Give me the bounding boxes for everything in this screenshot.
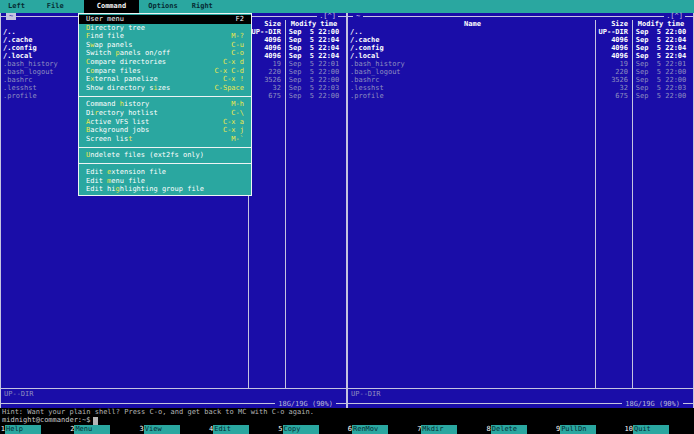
- menu-item-background-jobs[interactable]: Background jobsC-x j: [79, 126, 251, 135]
- menubar-item-options[interactable]: Options: [148, 0, 178, 13]
- menubar-item-file[interactable]: File: [47, 0, 64, 13]
- file-name: .lesshst: [348, 84, 595, 92]
- file-size: 4096: [248, 44, 285, 52]
- file-row-profile[interactable]: .profile675Sep 5 22:00: [348, 92, 693, 100]
- size-column-header[interactable]: Size: [595, 20, 632, 28]
- menu-item-screen-list[interactable]: Screen listM-`: [79, 135, 251, 144]
- file-row-lesshst[interactable]: .lesshst32Sep 5 22:03: [348, 84, 693, 92]
- file-size: UP--DIR: [248, 28, 285, 36]
- menubar-item-command[interactable]: Command: [84, 0, 140, 13]
- file-mtime: Sep 5 22:04: [632, 52, 690, 60]
- menu-item-compare-files[interactable]: Compare filesC-x C-d: [79, 67, 251, 76]
- menu-item-switch-panels-on-off[interactable]: Switch panels on/offC-o: [79, 49, 251, 58]
- file-row-config[interactable]: /.config4096Sep 5 22:04: [348, 44, 693, 52]
- fkey-copy[interactable]: 5Copy: [278, 425, 347, 434]
- menu-item-edit-highlighting-group-file[interactable]: Edit highlighting group file: [79, 185, 251, 194]
- file-mtime: Sep 5 22:03: [632, 84, 690, 92]
- file-row-bash-logout[interactable]: .bash_logout220Sep 5 22:00: [348, 68, 693, 76]
- panel-bottom-frame: 18G/19G (90%): [1, 400, 346, 408]
- file-name: .bashrc: [348, 76, 595, 84]
- menu-item-command-history[interactable]: Command historyM-h: [79, 100, 251, 109]
- menu-item-find-file[interactable]: Find fileM-?: [79, 32, 251, 41]
- menu-item-compare-directories[interactable]: Compare directoriesC-x d: [79, 58, 251, 67]
- fkey-quit[interactable]: 10Quit: [625, 425, 694, 434]
- file-mtime: Sep 5 22:00: [632, 28, 690, 36]
- file-row-bash-history[interactable]: .bash_history19Sep 5 22:01: [348, 60, 693, 68]
- column-separator: [632, 20, 633, 388]
- file-mtime: Sep 5 22:00: [285, 92, 343, 100]
- disk-usage-label: 18G/19G (90%): [275, 400, 336, 408]
- menubar-item-right[interactable]: Right: [192, 0, 213, 13]
- fkey-mkdir[interactable]: 7Mkdir: [416, 425, 485, 434]
- file-mtime: Sep 5 22:00: [632, 76, 690, 84]
- fkey-label: View: [144, 425, 180, 434]
- menu-item-active-vfs-list[interactable]: Active VFS listC-x a: [79, 118, 251, 127]
- command-line[interactable]: midnight@commander:~$: [2, 416, 98, 425]
- file-size: 4096: [595, 44, 632, 52]
- file-mtime: Sep 5 22:04: [632, 36, 690, 44]
- menu-item-undelete-files-ext2fs-only[interactable]: Undelete files (ext2fs only): [79, 151, 251, 160]
- menu-item-shortcut: C-x d: [223, 58, 244, 67]
- text-cursor: [93, 417, 98, 425]
- menu-separator: [79, 96, 251, 97]
- panel-history-button[interactable]: .[^]: [317, 13, 338, 20]
- fkey-renmov[interactable]: 6RenMov: [347, 425, 416, 434]
- file-row-cache[interactable]: /.cache4096Sep 5 22:04: [348, 36, 693, 44]
- menu-bar: LeftFileCommandOptionsRight: [0, 0, 694, 13]
- file-size: 220: [248, 68, 285, 76]
- fkey-pulldn[interactable]: 9PullDn: [555, 425, 624, 434]
- file-mtime: Sep 5 22:00: [285, 68, 343, 76]
- panel-bottom-frame: 18G/19G (90%): [348, 400, 693, 408]
- file-mtime: Sep 5 22:03: [285, 84, 343, 92]
- panel-path: ~: [353, 13, 363, 20]
- menu-item-directory-hotlist[interactable]: Directory hotlistC-\: [79, 109, 251, 118]
- menu-item-shortcut: C-Space: [214, 84, 244, 93]
- file-row-[interactable]: /..UP--DIRSep 5 22:00: [348, 28, 693, 36]
- file-name: /.local: [348, 52, 595, 60]
- panel-history-button[interactable]: .[^]: [664, 13, 685, 20]
- file-name: /.config: [348, 44, 595, 52]
- fkey-help[interactable]: 1Help: [0, 425, 69, 434]
- file-mtime: Sep 5 22:04: [285, 52, 343, 60]
- menu-item-user-menu[interactable]: User menuF2: [79, 15, 251, 24]
- panel-file-list: NameSizeModify time/..UP--DIRSep 5 22:00…: [348, 20, 693, 388]
- hint-line: Hint: Want your plain shell? Press C-o, …: [2, 408, 314, 416]
- file-row-bashrc[interactable]: .bashrc3526Sep 5 22:00: [348, 76, 693, 84]
- mtime-column-header[interactable]: Modify time: [632, 20, 690, 28]
- menu-item-show-directory-sizes[interactable]: Show directory sizesC-Space: [79, 84, 251, 93]
- fkey-label: Edit: [213, 425, 249, 434]
- menu-item-directory-tree[interactable]: Directory tree: [79, 24, 251, 33]
- name-column-header[interactable]: Name: [348, 20, 595, 28]
- fkey-view[interactable]: 3View: [139, 425, 208, 434]
- file-row-local[interactable]: /.local4096Sep 5 22:04: [348, 52, 693, 60]
- disk-usage-label: 18G/19G (90%): [622, 400, 683, 408]
- file-size: 32: [248, 84, 285, 92]
- fkey-label: Menu: [74, 425, 110, 434]
- file-size: 675: [248, 92, 285, 100]
- shell-prompt: midnight@commander:~$: [2, 416, 91, 424]
- file-mtime: Sep 5 22:00: [285, 76, 343, 84]
- file-name: .bash_history: [348, 60, 595, 68]
- size-column-header[interactable]: Size: [248, 20, 285, 28]
- menu-item-shortcut: F2: [236, 15, 244, 24]
- fkey-menu[interactable]: 2Menu: [69, 425, 138, 434]
- fkey-edit[interactable]: 4Edit: [208, 425, 277, 434]
- panel-top-frame: ~.[^]: [348, 13, 693, 20]
- fkey-label: Copy: [283, 425, 319, 434]
- fkey-label: PullDn: [560, 425, 596, 434]
- fkey-number: 10: [625, 425, 633, 434]
- file-mtime: Sep 5 22:04: [632, 44, 690, 52]
- menu-item-swap-panels[interactable]: Swap panelsC-u: [79, 41, 251, 50]
- menu-item-edit-menu-file[interactable]: Edit menu file: [79, 177, 251, 186]
- menu-item-shortcut: M-h: [231, 100, 244, 109]
- mtime-column-header[interactable]: Modify time: [285, 20, 343, 28]
- column-separator: [285, 20, 286, 388]
- menu-item-external-panelize[interactable]: External panelizeC-x !: [79, 75, 251, 84]
- file-size: 4096: [248, 36, 285, 44]
- mini-status: UP--DIR: [1, 389, 346, 400]
- file-size: 32: [595, 84, 632, 92]
- file-mtime: Sep 5 22:01: [285, 60, 343, 68]
- fkey-delete[interactable]: 8Delete: [486, 425, 555, 434]
- menu-separator: [79, 147, 251, 148]
- menu-item-edit-extension-file[interactable]: Edit extension file: [79, 168, 251, 177]
